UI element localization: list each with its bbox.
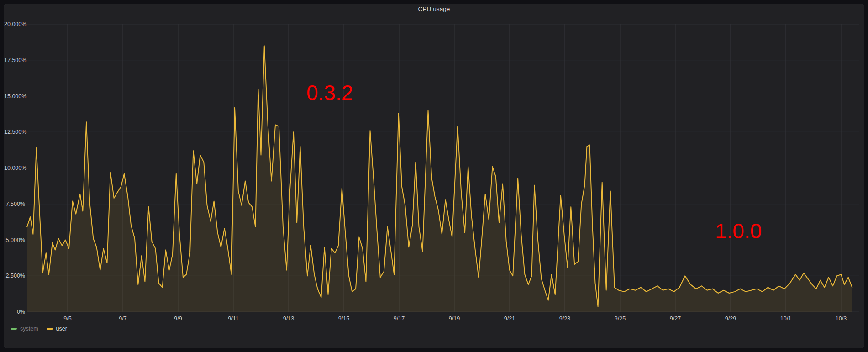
annotation-version-0-3-2: 0.3.2 [306, 81, 353, 105]
x-tick-label: 9/25 [615, 315, 626, 322]
x-tick-label: 10/1 [780, 315, 791, 322]
y-tick-label: 7.500% [4, 200, 25, 208]
cpu-usage-chart[interactable] [4, 4, 865, 349]
x-tick-label: 9/11 [228, 315, 238, 322]
x-tick-label: 9/29 [725, 315, 736, 322]
y-tick-label: 2.500% [4, 272, 25, 279]
x-tick-label: 9/9 [174, 315, 182, 322]
user-series-fill [27, 46, 852, 312]
y-tick-label: 10.000% [4, 164, 25, 172]
x-tick-label: 9/17 [394, 315, 405, 322]
legend-label-system: system [20, 326, 38, 332]
legend-item-user[interactable]: user [47, 326, 67, 332]
x-tick-label: 10/3 [836, 315, 847, 322]
cpu-usage-panel: CPU usage 0%2.500%5.000%7.500%10.000%12.… [4, 4, 864, 348]
y-tick-label: 12.500% [4, 128, 25, 136]
x-tick-label: 9/23 [559, 315, 570, 322]
user-series-swatch [47, 328, 53, 330]
y-tick-label: 17.500% [4, 57, 25, 64]
y-tick-label: 0% [4, 308, 25, 315]
x-tick-label: 9/13 [283, 315, 294, 322]
x-tick-label: 9/7 [119, 315, 126, 322]
annotation-version-1-0-0: 1.0.0 [715, 220, 762, 243]
x-tick-label: 9/15 [338, 315, 349, 322]
y-tick-label: 5.000% [4, 236, 25, 244]
y-tick-label: 20.000% [4, 21, 25, 28]
x-tick-label: 9/21 [504, 315, 515, 322]
system-series-swatch [11, 328, 17, 330]
y-tick-label: 15.000% [4, 93, 25, 100]
legend: system user [11, 326, 67, 332]
x-tick-label: 9/27 [670, 315, 681, 322]
x-tick-label: 9/19 [449, 315, 460, 322]
x-tick-label: 9/5 [63, 315, 71, 322]
legend-item-system[interactable]: system [11, 326, 38, 332]
legend-label-user: user [56, 326, 67, 332]
